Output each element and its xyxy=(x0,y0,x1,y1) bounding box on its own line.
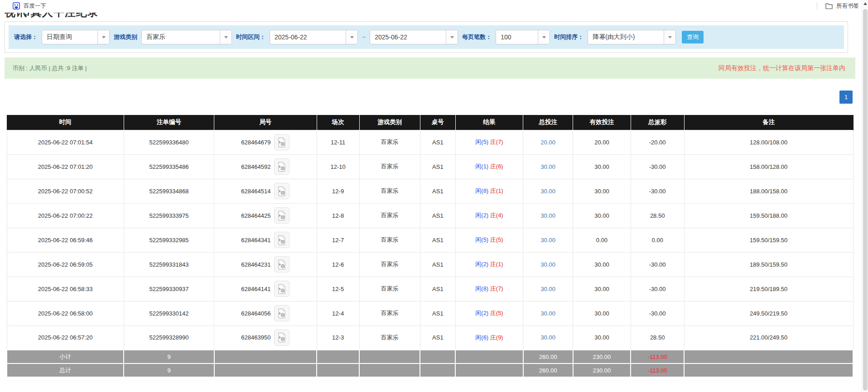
date-from-picker[interactable]: 2025-06-22 xyxy=(270,30,358,44)
scrollbar-thumb[interactable] xyxy=(863,9,868,391)
cell-valid-bet: 30.00 xyxy=(573,203,631,228)
summary-label: 小计 xyxy=(7,350,124,363)
total-bet-link[interactable]: 30.00 xyxy=(540,212,555,219)
cell-bet-number: 522599330142 xyxy=(124,301,214,325)
cell-valid-bet: 30.00 xyxy=(573,301,631,325)
summary-empty-result xyxy=(455,363,523,377)
result-banker-token: 庄(1) xyxy=(490,187,503,194)
column-header: 总派彩 xyxy=(631,115,684,130)
page-size-select[interactable]: 100 xyxy=(496,30,550,44)
cell-payout: -30.00 xyxy=(631,277,684,301)
video-file-icon xyxy=(277,235,286,245)
cell-time: 2025-06-22 06:57:20 xyxy=(7,325,124,350)
video-file-icon xyxy=(277,186,286,196)
scroll-up-arrow-icon[interactable] xyxy=(863,2,867,5)
summary-empty-table xyxy=(420,363,455,377)
cell-bet-number: 522599336480 xyxy=(124,130,214,154)
table-row: 2025-06-22 06:58:33522599330937628464141… xyxy=(7,277,853,301)
table-row: 2025-06-22 06:59:05522599331843628464231… xyxy=(7,252,853,277)
cell-bet-number: 522599333975 xyxy=(124,203,214,228)
video-replay-button[interactable] xyxy=(274,183,289,199)
page-1-button[interactable]: 1 xyxy=(839,91,853,104)
video-file-icon xyxy=(277,332,286,343)
round-number-text: 628464141 xyxy=(241,286,270,292)
cell-remark: 189.50/159.50 xyxy=(684,252,853,277)
bookmarks-divider xyxy=(817,2,817,10)
result-player-token: 闲(2) xyxy=(475,261,488,268)
cell-result: 闲(5) 庄(5) xyxy=(455,228,523,252)
chevron-down-icon[interactable] xyxy=(346,30,357,44)
date-to-picker[interactable]: 2025-06-22 xyxy=(370,30,458,44)
cell-table-number: AS1 xyxy=(420,179,455,203)
chevron-down-icon[interactable] xyxy=(97,30,109,44)
cell-remark: 219.50/189.50 xyxy=(684,277,853,301)
cell-remark: 249.50/219.50 xyxy=(684,301,853,325)
chevron-down-icon[interactable] xyxy=(664,30,675,44)
search-button[interactable]: 查询 xyxy=(682,31,704,43)
round-number-text: 628464341 xyxy=(241,237,270,244)
cell-bet-number: 522599328990 xyxy=(124,325,214,350)
video-replay-button[interactable] xyxy=(274,232,289,248)
filter-bar: 请选择： 日期查询 游戏类别 百家乐 时间区间： 2025-06-22 ~ 20… xyxy=(9,25,844,49)
result-player-token: 闲(2) xyxy=(475,310,488,316)
total-bet-link[interactable]: 30.00 xyxy=(540,237,555,244)
cell-time: 2025-06-22 07:00:22 xyxy=(7,203,124,228)
scrollbar[interactable] xyxy=(862,0,868,392)
video-file-icon xyxy=(277,259,286,270)
cell-payout: -20.00 xyxy=(631,130,684,154)
time-sort-select[interactable]: 降幂(由大到小) xyxy=(588,30,676,44)
video-replay-button[interactable] xyxy=(274,281,289,297)
summary-empty-round xyxy=(214,363,317,377)
column-header: 备注 xyxy=(684,115,853,130)
result-player-token: 闲(6) xyxy=(475,334,488,341)
cell-valid-bet: 30.00 xyxy=(573,154,631,179)
video-replay-button[interactable] xyxy=(274,207,289,224)
total-bet-link[interactable]: 30.00 xyxy=(540,310,555,317)
chevron-down-icon[interactable] xyxy=(538,30,550,44)
total-bet-link[interactable]: 30.00 xyxy=(540,286,555,292)
game-type-select[interactable]: 百家乐 xyxy=(141,30,232,44)
video-replay-button[interactable] xyxy=(274,158,289,175)
chevron-down-icon[interactable] xyxy=(220,30,231,44)
cell-session: 12-5 xyxy=(317,277,359,301)
query-type-select[interactable]: 日期查询 xyxy=(42,30,110,44)
cell-bet-number: 522599330937 xyxy=(124,277,214,301)
summary-empty-remark xyxy=(684,350,853,363)
summary-empty-game xyxy=(359,363,420,377)
video-replay-button[interactable] xyxy=(274,256,289,272)
total-bet-link[interactable]: 30.00 xyxy=(540,261,555,268)
summary-count: 9 xyxy=(124,350,214,363)
pagination: 1 xyxy=(0,79,868,115)
total-bet-link[interactable]: 30.00 xyxy=(540,188,555,195)
cell-game-type: 百家乐 xyxy=(359,228,420,252)
video-replay-button[interactable] xyxy=(274,134,289,150)
bookmark-item[interactable]: 百度一下 xyxy=(13,2,46,10)
filter-panel: 请选择： 日期查询 游戏类别 百家乐 时间区间： 2025-06-22 ~ 20… xyxy=(5,21,848,53)
result-banker-token: 庄(4) xyxy=(490,212,503,219)
cell-bet-number: 522599334868 xyxy=(124,179,214,203)
bookmark-label: 百度一下 xyxy=(24,2,46,10)
folder-icon xyxy=(825,3,833,9)
cell-remark: 159.50/159.50 xyxy=(684,228,853,252)
table-row: 2025-06-22 06:57:20522599328990628463950… xyxy=(7,325,853,350)
cell-result: 闲(2) 庄(4) xyxy=(455,203,523,228)
cell-result: 闲(8) 庄(7) xyxy=(455,277,523,301)
video-replay-button[interactable] xyxy=(274,330,289,346)
time-range-label: 时间区间： xyxy=(236,33,265,41)
cell-payout: 28.50 xyxy=(631,203,684,228)
summary-count: 9 xyxy=(124,363,214,377)
all-bookmarks-button[interactable]: 所有书签 xyxy=(836,2,859,10)
cell-bet-number: 522599332985 xyxy=(124,228,214,252)
cell-session: 12-4 xyxy=(317,301,359,325)
round-number-text: 628464514 xyxy=(241,188,270,195)
total-bet-link[interactable]: 30.00 xyxy=(540,163,555,170)
cell-table-number: AS1 xyxy=(420,252,455,277)
video-replay-button[interactable] xyxy=(274,305,289,321)
total-bet-link[interactable]: 30.00 xyxy=(540,334,555,341)
cell-time: 2025-06-22 07:00:52 xyxy=(7,179,124,203)
chevron-down-icon[interactable] xyxy=(446,30,458,44)
total-bet-link[interactable]: 20.00 xyxy=(540,139,555,146)
summary-empty-remark xyxy=(684,363,853,377)
cell-payout: -30.00 xyxy=(631,154,684,179)
round-number-text: 628464679 xyxy=(241,139,270,146)
